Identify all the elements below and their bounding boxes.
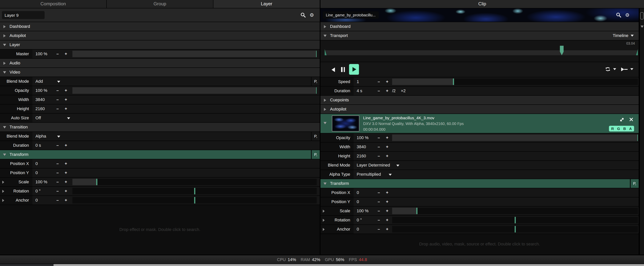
play-direction-icon[interactable]: [621, 67, 628, 71]
clip-name-chip[interactable]: Line_game_by_protobacillu...: [323, 12, 378, 19]
params-button[interactable]: P,: [311, 132, 320, 140]
section-transition[interactable]: Transition: [0, 123, 320, 132]
rotation-slider[interactable]: [392, 217, 638, 223]
scale-value[interactable]: 100 %: [36, 178, 47, 186]
tab-clip[interactable]: Clip: [320, 0, 644, 8]
decrement-button[interactable]: –: [55, 95, 60, 104]
speed-slider[interactable]: [392, 78, 638, 85]
gear-icon[interactable]: ⚙: [310, 12, 314, 18]
collapsed-arrow-icon[interactable]: [2, 199, 4, 202]
params-button[interactable]: P,: [630, 179, 639, 188]
increment-button[interactable]: +: [64, 159, 68, 168]
increment-button[interactable]: +: [385, 152, 390, 160]
increment-button[interactable]: +: [385, 86, 390, 95]
decrement-button[interactable]: –: [376, 152, 381, 160]
channel-b-toggle[interactable]: B: [623, 126, 626, 131]
expand-icon[interactable]: [620, 118, 624, 122]
scale-value[interactable]: 100 %: [357, 206, 368, 215]
timeline[interactable]: 03.04: [320, 40, 639, 62]
collapsed-arrow-icon[interactable]: [323, 228, 325, 231]
collapsed-arrow-icon[interactable]: [323, 219, 325, 222]
rgba-channel-toggles[interactable]: R G B A: [609, 126, 634, 132]
decrement-button[interactable]: –: [55, 196, 60, 205]
increment-button[interactable]: +: [64, 187, 68, 196]
opacity-value[interactable]: 100 %: [357, 134, 368, 142]
params-button[interactable]: P,: [311, 150, 320, 159]
decrement-button[interactable]: –: [55, 141, 60, 150]
play-button[interactable]: [349, 64, 359, 75]
increment-button[interactable]: +: [385, 77, 390, 86]
close-icon[interactable]: [629, 118, 633, 122]
section-layer[interactable]: Layer: [0, 40, 320, 49]
increment-button[interactable]: +: [64, 141, 68, 150]
transition-blend-mode-select[interactable]: Alpha: [36, 132, 46, 140]
blend-mode-select[interactable]: Add: [36, 77, 43, 86]
blend-mode-select[interactable]: Layer Determined: [357, 161, 390, 170]
collapsed-arrow-icon[interactable]: [323, 210, 325, 213]
chevron-down-icon[interactable]: [630, 68, 633, 70]
opacity-slider[interactable]: [72, 87, 317, 94]
section-autopilot[interactable]: Autopilot: [320, 105, 639, 114]
rotation-value[interactable]: 0 °: [357, 216, 362, 224]
section-video[interactable]: Video: [0, 68, 320, 76]
channel-a-toggle[interactable]: A: [629, 126, 632, 131]
section-transport[interactable]: Transport Timeline: [320, 31, 639, 40]
anchor-slider[interactable]: [392, 226, 638, 232]
auto-size-select[interactable]: Off: [36, 114, 41, 122]
expanded-arrow-icon[interactable]: [324, 122, 326, 124]
increment-button[interactable]: +: [64, 196, 68, 205]
collapsed-arrow-icon[interactable]: [2, 181, 4, 184]
go-to-start-button[interactable]: [332, 68, 335, 72]
increment-button[interactable]: +: [385, 188, 390, 197]
section-audio[interactable]: Audio: [0, 59, 320, 68]
section-dashboard[interactable]: Dashboard: [320, 22, 639, 31]
increment-button[interactable]: +: [64, 86, 68, 95]
position-y-value[interactable]: 0: [36, 168, 38, 177]
clip-drop-zone[interactable]: Drop audio, video, mask, source or effec…: [320, 234, 639, 254]
position-x-value[interactable]: 0: [357, 188, 359, 197]
increment-button[interactable]: +: [385, 134, 390, 142]
transition-duration-value[interactable]: 0 s: [36, 141, 41, 150]
rotation-value[interactable]: 0 °: [36, 187, 40, 196]
tab-group[interactable]: Group: [107, 0, 213, 8]
tab-composition[interactable]: Composition: [0, 0, 106, 8]
opacity-value[interactable]: 100 %: [36, 86, 47, 95]
decrement-button[interactable]: –: [376, 134, 381, 142]
increment-button[interactable]: +: [64, 168, 68, 177]
anchor-value[interactable]: 0: [36, 196, 38, 205]
section-transform[interactable]: Transform P,: [320, 179, 639, 188]
height-value[interactable]: 2160: [357, 152, 366, 160]
section-transform[interactable]: Transform P,: [0, 150, 320, 159]
width-value[interactable]: 3840: [357, 142, 366, 151]
decrement-button[interactable]: –: [55, 50, 60, 58]
decrement-button[interactable]: –: [55, 159, 60, 168]
decrement-button[interactable]: –: [55, 86, 60, 95]
opacity-slider[interactable]: [392, 134, 638, 141]
increment-button[interactable]: +: [64, 104, 68, 113]
scale-slider[interactable]: [392, 208, 638, 214]
chevron-down-icon[interactable]: [57, 136, 60, 138]
clip-preview-strip[interactable]: Line_game_by_protobacillu... ⚙: [320, 8, 639, 22]
pause-button[interactable]: [341, 67, 345, 72]
decrement-button[interactable]: –: [376, 142, 381, 151]
decrement-button[interactable]: –: [55, 187, 60, 196]
params-button[interactable]: P,: [311, 77, 320, 86]
speed-value[interactable]: 1: [357, 77, 359, 86]
anchor-value[interactable]: 0: [357, 225, 359, 234]
decrement-button[interactable]: –: [376, 198, 381, 206]
increment-button[interactable]: +: [64, 50, 68, 58]
decrement-button[interactable]: –: [376, 77, 381, 86]
clip-file-row[interactable]: Line_game_by_protobacillus_4K_3.mov DXV …: [320, 114, 639, 133]
alpha-type-select[interactable]: Premultiplied: [357, 170, 381, 179]
increment-button[interactable]: +: [385, 206, 390, 215]
collapsed-arrow-icon[interactable]: [2, 190, 4, 193]
scrollbar[interactable]: [640, 8, 644, 254]
increment-button[interactable]: +: [64, 95, 68, 104]
rotation-slider[interactable]: [72, 188, 317, 194]
increment-button[interactable]: +: [385, 142, 390, 151]
position-y-value[interactable]: 0: [357, 198, 359, 206]
anchor-slider[interactable]: [72, 197, 317, 204]
width-value[interactable]: 3840: [36, 95, 45, 104]
loop-mode-icon[interactable]: [605, 67, 610, 72]
decrement-button[interactable]: –: [55, 104, 60, 113]
